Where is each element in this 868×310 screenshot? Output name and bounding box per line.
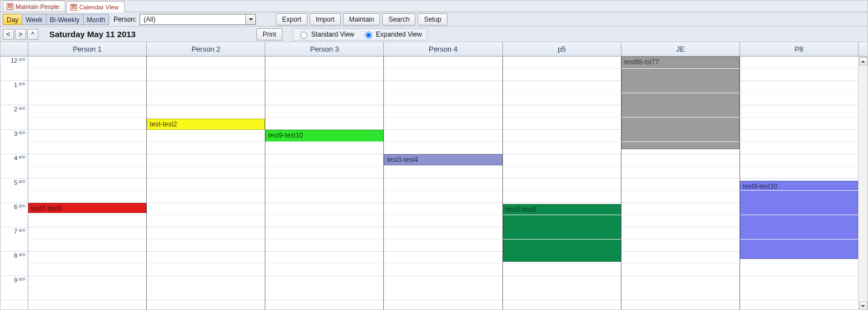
hour-label: 9am bbox=[1, 276, 28, 301]
view-mode-standard-radio[interactable] bbox=[300, 32, 307, 39]
hour-label: 6am bbox=[1, 203, 28, 227]
next-button[interactable]: > bbox=[15, 29, 26, 40]
calendar-column[interactable]: test9-test10 bbox=[740, 57, 858, 310]
column-header: Person 1 bbox=[28, 42, 147, 56]
form-icon bbox=[7, 3, 13, 10]
person-label: Person: bbox=[114, 16, 136, 23]
toolbar-primary: Day Week Bi-Weekly Month Person: (All) E… bbox=[1, 12, 867, 27]
person-select[interactable]: (All) bbox=[140, 14, 256, 25]
toolbar-secondary: < > ^ Saturday May 11 2013 Print Standar… bbox=[1, 27, 867, 42]
chevron-down-icon[interactable] bbox=[245, 14, 255, 24]
hour-label: 3am bbox=[1, 130, 28, 154]
calendar-body: 12am1am2am3am4am5am6am7am8am9am test7-te… bbox=[1, 57, 867, 310]
scroll-down-icon[interactable] bbox=[859, 302, 867, 310]
hour-label: 5am bbox=[1, 179, 28, 203]
svg-rect-6 bbox=[71, 7, 76, 7]
calendar-event[interactable]: test9-test10 bbox=[740, 181, 858, 259]
column-header: Person 4 bbox=[384, 42, 502, 56]
calendar-column[interactable]: test7-test8 bbox=[28, 57, 147, 310]
print-button[interactable]: Print bbox=[256, 28, 283, 40]
hour-label: 8am bbox=[1, 252, 28, 276]
view-mode-expanded-label: Expanded View bbox=[376, 31, 422, 38]
calendar-column[interactable]: test-test2 bbox=[147, 57, 265, 310]
time-gutter-header bbox=[1, 42, 28, 56]
hour-label: 7am bbox=[1, 227, 28, 252]
setup-button[interactable]: Setup bbox=[418, 13, 447, 26]
column-header: P8 bbox=[740, 42, 858, 56]
time-gutter: 12am1am2am3am4am5am6am7am8am9am bbox=[1, 57, 28, 310]
calendar-column[interactable]: test5-test6 bbox=[503, 57, 622, 310]
range-month-button[interactable]: Month bbox=[83, 14, 109, 25]
view-mode-expanded-radio[interactable] bbox=[365, 32, 372, 39]
hour-label: 12am bbox=[1, 57, 28, 81]
column-header: Person 3 bbox=[265, 42, 384, 56]
column-header: Person 2 bbox=[147, 42, 265, 56]
calendar-header-row: Person 1Person 2Person 3Person 4p5JEP8 bbox=[1, 42, 867, 57]
maintain-button[interactable]: Maintain bbox=[343, 13, 380, 26]
vertical-scrollbar[interactable] bbox=[858, 57, 867, 310]
svg-rect-7 bbox=[71, 8, 76, 8]
search-button[interactable]: Search bbox=[382, 13, 415, 26]
tab-strip: Maintain People Calendar View bbox=[1, 1, 867, 12]
view-mode-standard-label: Standard View bbox=[311, 31, 355, 38]
column-header: p5 bbox=[503, 42, 622, 56]
calendar: Person 1Person 2Person 3Person 4p5JEP8 1… bbox=[1, 42, 867, 310]
svg-rect-3 bbox=[8, 7, 12, 8]
tab-calendar-view[interactable]: Calendar View bbox=[66, 1, 125, 12]
tab-maintain-people[interactable]: Maintain People bbox=[3, 1, 65, 12]
svg-rect-5 bbox=[71, 5, 76, 6]
person-select-value: (All) bbox=[143, 16, 155, 23]
view-mode-group: Standard View Expanded View bbox=[292, 28, 427, 40]
up-button[interactable]: ^ bbox=[27, 29, 38, 40]
range-week-button[interactable]: Week bbox=[22, 14, 46, 25]
tab-label: Maintain People bbox=[16, 3, 59, 10]
calendar-event[interactable]: test88-tst77 bbox=[622, 57, 739, 149]
calendar-event[interactable]: test5-test6 bbox=[503, 204, 621, 261]
view-mode-standard[interactable]: Standard View bbox=[297, 30, 355, 39]
calendar-column[interactable]: test3-test4 bbox=[384, 57, 502, 310]
date-title: Saturday May 11 2013 bbox=[49, 29, 136, 39]
scroll-up-icon[interactable] bbox=[859, 57, 867, 65]
calendar-column[interactable]: test9-test10 bbox=[265, 57, 384, 310]
import-button[interactable]: Import bbox=[310, 13, 341, 26]
hour-label: 1am bbox=[1, 81, 28, 105]
range-day-button[interactable]: Day bbox=[3, 14, 22, 25]
export-button[interactable]: Export bbox=[276, 13, 307, 26]
column-header: JE bbox=[622, 42, 740, 56]
prev-button[interactable]: < bbox=[3, 29, 14, 40]
calendar-event[interactable]: test7-test8 bbox=[28, 203, 146, 213]
svg-rect-1 bbox=[8, 4, 12, 6]
form-icon bbox=[70, 4, 77, 11]
range-biweekly-button[interactable]: Bi-Weekly bbox=[46, 14, 84, 25]
calendar-event[interactable]: test9-test10 bbox=[265, 130, 383, 142]
calendar-column[interactable]: test88-tst77 bbox=[622, 57, 740, 310]
hour-label: 4am bbox=[1, 154, 28, 179]
svg-rect-2 bbox=[8, 6, 12, 7]
view-mode-expanded[interactable]: Expanded View bbox=[362, 30, 422, 39]
calendar-event[interactable]: test-test2 bbox=[147, 119, 265, 130]
tab-label: Calendar View bbox=[79, 4, 119, 11]
calendar-event[interactable]: test3-test4 bbox=[384, 154, 502, 165]
hour-label: 2am bbox=[1, 105, 28, 130]
